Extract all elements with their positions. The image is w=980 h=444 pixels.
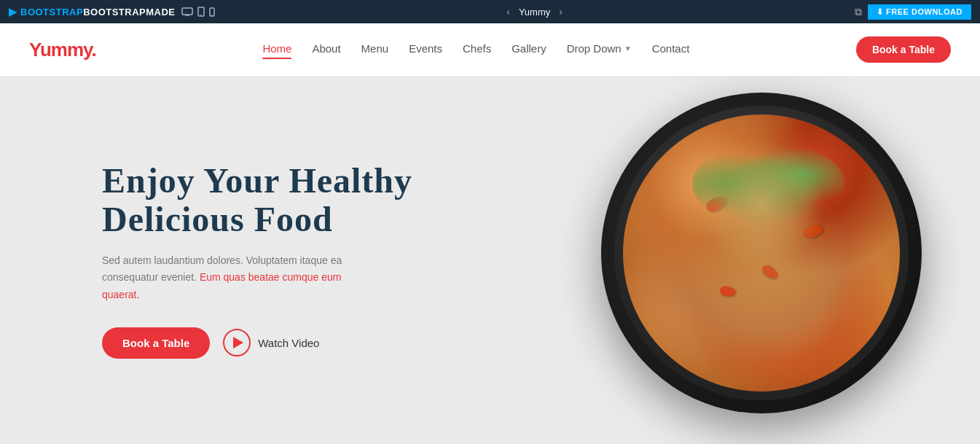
nav-contact[interactable]: Contact [652, 42, 690, 58]
mobile-icon [209, 7, 215, 17]
page-title: Yummy [519, 7, 550, 17]
brand-highlight: BOOTSTRAP [20, 7, 83, 17]
hero-desc-link[interactable]: Eum quas beatae cumque eum quaerat. [102, 271, 341, 300]
download-icon: ⬇ [877, 7, 884, 17]
hero-book-button[interactable]: Book a Table [102, 327, 210, 359]
desktop-icon [181, 7, 193, 16]
top-bar: ▶ BOOTSTRAPBOOTSTRAPMADE ‹ Yummy › ⧉ ⬇ F… [0, 0, 980, 23]
food-bowl [601, 93, 922, 413]
hero-actions: Book a Table Watch Video [102, 327, 412, 359]
brand-logo: ▶ BOOTSTRAPBOOTSTRAPMADE [9, 6, 176, 17]
svg-point-6 [211, 14, 212, 15]
prev-page-arrow[interactable]: ‹ [503, 6, 513, 17]
nav-menu[interactable]: Menu [361, 42, 389, 58]
hero-food-image [601, 93, 936, 428]
navbar: Yummy. Home About Menu Events Chefs Gall… [0, 23, 980, 76]
hero-description: Sed autem laudantium dolores. Voluptatem… [102, 252, 379, 304]
nav-gallery[interactable]: Gallery [511, 42, 546, 58]
brand-dot: . [92, 39, 96, 61]
navbar-brand: Yummy. [29, 39, 96, 61]
nav-links: Home About Menu Events Chefs Gallery Dro… [262, 42, 689, 58]
download-button[interactable]: ⬇ FREE DOWNLOAD [868, 4, 971, 20]
svg-rect-0 [182, 8, 192, 15]
top-bar-center: ‹ Yummy › [503, 6, 565, 17]
hero-title: Enjoy Your Healthy Delicious Food [102, 162, 412, 239]
bowl-topping [638, 129, 885, 377]
top-bar-right: ⧉ ⬇ FREE DOWNLOAD [855, 4, 971, 20]
next-page-arrow[interactable]: › [556, 6, 565, 17]
brand-text: BOOTSTRAPBOOTSTRAPMADE [20, 7, 176, 17]
top-bar-device-icons [181, 7, 215, 17]
hero-section: Enjoy Your Healthy Delicious Food Sed au… [0, 76, 980, 444]
external-link-icon[interactable]: ⧉ [855, 6, 862, 18]
chevron-down-icon: ▼ [624, 44, 632, 52]
navbar-book-button[interactable]: Book a Table [856, 36, 951, 63]
hero-content: Enjoy Your Healthy Delicious Food Sed au… [0, 162, 412, 359]
play-triangle [233, 337, 243, 348]
nav-dropdown[interactable]: Drop Down ▼ [567, 42, 632, 58]
tablet-icon [197, 7, 205, 17]
nav-about[interactable]: About [312, 42, 340, 58]
play-icon [223, 329, 251, 357]
nav-chefs[interactable]: Chefs [463, 42, 491, 58]
nav-events[interactable]: Events [409, 42, 442, 58]
svg-point-4 [200, 15, 201, 15]
watch-video-button[interactable]: Watch Video [223, 329, 319, 357]
brand-icon: ▶ [9, 6, 17, 17]
nav-home[interactable]: Home [262, 42, 291, 58]
top-bar-left: ▶ BOOTSTRAPBOOTSTRAPMADE [9, 6, 215, 17]
